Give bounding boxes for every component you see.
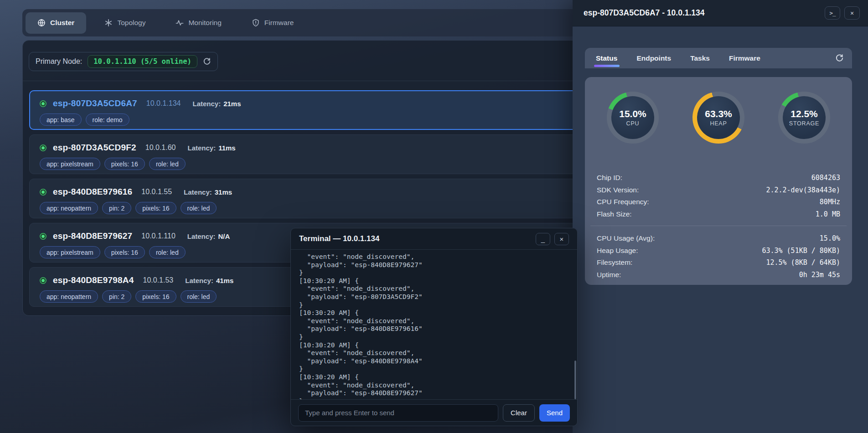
online-status-icon (40, 277, 46, 284)
node-latency-label: Latency: (192, 100, 221, 108)
tab-label: Status (596, 54, 617, 62)
gauge-value: 12.5% (790, 108, 818, 119)
refresh-icon[interactable] (203, 57, 211, 66)
gauge-value: 15.0% (619, 108, 646, 119)
nav-tab-topology[interactable]: Topology (93, 12, 157, 34)
terminal-line: "event": "node_discovered", (299, 285, 569, 293)
gauge-label: CPU (626, 120, 640, 127)
gauge-storage: 12.5%STORAGE (778, 92, 830, 144)
detail-title: esp-807D3A5CD6A7 - 10.0.1.134 (584, 8, 705, 18)
gauge-face: 15.0%CPU (611, 96, 654, 139)
tab-status[interactable]: Status (596, 48, 617, 68)
nav-tab-monitoring[interactable]: Monitoring (164, 12, 233, 34)
detail-row: Filesystem:12.5% (8KB / 64KB) (597, 257, 840, 269)
clear-button[interactable]: Clear (503, 404, 535, 422)
node-latency-value: 41ms (216, 277, 233, 284)
detail-row-value: 2.2.2-dev(38a443e) (766, 186, 840, 194)
detail-row-label: Uptime: (597, 271, 621, 279)
divider (590, 226, 847, 226)
monitoring-icon (176, 19, 184, 27)
node-latency: Latency:11ms (187, 144, 235, 152)
refresh-icon[interactable] (835, 54, 844, 62)
terminal-input[interactable] (298, 404, 498, 422)
detail-row-value: 15.0% (820, 234, 840, 242)
online-status-dot (41, 191, 45, 194)
gauge-face: 63.3%HEAP (697, 96, 740, 139)
terminal-title: Terminal — 10.0.1.134 (299, 234, 379, 243)
send-button[interactable]: Send (539, 404, 570, 422)
detail-tabbar: StatusEndpointsTasksFirmware (585, 48, 852, 68)
node-tag: role: demo (86, 113, 129, 126)
online-status-icon (40, 144, 46, 151)
tab-tasks[interactable]: Tasks (690, 48, 710, 68)
status-card: 15.0%CPU63.3%HEAP12.5%STORAGE Chip ID:60… (585, 77, 852, 285)
online-status-dot (41, 235, 45, 238)
close-icon[interactable]: × (844, 6, 860, 20)
tab-label: Firmware (729, 54, 760, 62)
terminal-line: } (299, 301, 569, 309)
detail-row-label: CPU Frequency: (597, 198, 649, 206)
detail-row: Flash Size:1.0 MB (597, 208, 840, 221)
terminal-line: "event": "node_discovered", (299, 381, 569, 390)
node-ip: 10.0.1.134 (146, 99, 181, 108)
node-latency-label: Latency: (187, 144, 216, 152)
online-status-icon (40, 100, 46, 107)
node-tag: pixels: 16 (104, 158, 145, 170)
terminal-line: } (299, 269, 569, 277)
terminal-input-row: Clear Send (291, 399, 577, 426)
detail-row-label: Filesystem: (597, 258, 632, 267)
detail-row-label: Heap Usage: (597, 247, 638, 255)
node-latency-label: Latency: (185, 277, 213, 284)
detail-row-label: Chip ID: (597, 174, 622, 182)
online-status-icon (40, 189, 46, 196)
node-tag: app: pixelstream (40, 246, 100, 258)
gauge-value: 63.3% (705, 108, 732, 119)
detail-row: CPU Usage (Avg):15.0% (597, 232, 840, 245)
online-status-dot (41, 102, 45, 105)
active-tab-underline (594, 65, 620, 67)
online-status-icon (40, 233, 46, 240)
node-tag: role: led (149, 158, 186, 170)
terminal-line: "payload": "esp-840D8E979627" (299, 389, 569, 397)
nav-tab-firmware[interactable]: Firmware (240, 12, 306, 34)
terminal-line: "event": "node_discovered", (299, 253, 569, 261)
node-detail-panel: esp-807D3A5CD6A7 - 10.0.1.134 >_ × Statu… (573, 0, 868, 433)
node-latency-value: 11ms (218, 144, 236, 152)
node-latency-value: 21ms (223, 100, 241, 108)
open-terminal-button[interactable]: >_ (825, 6, 840, 20)
terminal-line: "payload": "esp-840D8E9798A4" (299, 357, 569, 366)
terminal-line: [10:30:20 AM] { (299, 277, 569, 285)
node-tag: app: neopattern (40, 290, 98, 303)
usage-rows: CPU Usage (Avg):15.0%Heap Usage:63.3% (5… (585, 232, 852, 281)
node-latency: Latency:31ms (184, 188, 232, 196)
node-latency: Latency:21ms (192, 100, 241, 108)
node-latency-value: 31ms (215, 188, 232, 196)
detail-row-value: 63.3% (51KB / 80KB) (762, 247, 840, 255)
tab-endpoints[interactable]: Endpoints (636, 48, 671, 68)
terminal-header[interactable]: Terminal — 10.0.1.134 _ × (291, 228, 577, 250)
node-name: esp-807D3A5CD9F2 (53, 143, 136, 153)
node-tag: pixels: 16 (104, 246, 145, 258)
terminal-window: Terminal — 10.0.1.134 _ × "event": "node… (290, 228, 578, 426)
tab-firmware[interactable]: Firmware (729, 48, 760, 68)
gauge-cpu: 15.0%CPU (607, 92, 659, 144)
info-rows: Chip ID:6084263SDK Version:2.2.2-dev(38a… (585, 172, 852, 220)
node-tag: role: led (181, 202, 217, 214)
gauge-label: HEAP (710, 120, 727, 127)
nav-tab-cluster[interactable]: Cluster (26, 12, 86, 34)
node-latency-value: N/A (218, 232, 230, 240)
node-ip: 10.0.1.110 (141, 232, 175, 240)
node-latency: Latency:41ms (185, 277, 233, 284)
node-tag: app: base (40, 113, 82, 126)
gauge-face: 12.5%STORAGE (783, 96, 826, 139)
terminal-output[interactable]: "event": "node_discovered", "payload": "… (291, 250, 577, 399)
node-tag: role: led (181, 290, 217, 303)
terminal-line: "payload": "esp-840D8E979627" (299, 261, 569, 269)
nav-tab-label: Cluster (50, 19, 74, 27)
terminal-line: } (299, 365, 569, 373)
detail-row: SDK Version:2.2.2-dev(38a443e) (597, 184, 840, 196)
minimize-button[interactable]: _ (536, 233, 550, 245)
terminal-scrollbar-thumb[interactable] (574, 361, 576, 399)
node-latency-label: Latency: (187, 232, 216, 240)
close-button[interactable]: × (554, 233, 569, 245)
